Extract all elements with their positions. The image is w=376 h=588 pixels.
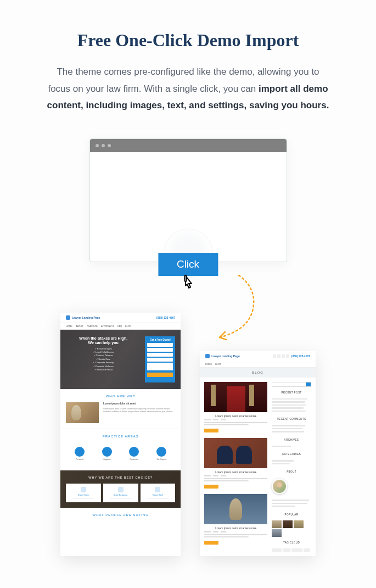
phone-number: (888) 123-4567 (156, 316, 175, 319)
nav-item: ABOUT (76, 325, 83, 328)
sidebar-heading: POPULAR (272, 513, 311, 516)
form-title: Get a Free Quote! (147, 339, 173, 341)
post-title: Lorem ipsum dolor sit amet conse (204, 470, 267, 474)
search-box (272, 382, 311, 387)
hero-section: When the Stakes are High,We can help you… (60, 330, 181, 389)
blog-post: Lorem ipsum dolor sit amet conse (204, 382, 267, 432)
popular-thumbs (272, 520, 311, 537)
logo-text: Lawyer Landing Page (72, 316, 100, 319)
feature-card: Expert StaffLorem ipsum dolor amet sed d… (141, 484, 176, 503)
nav-item: ATTORNEYS (101, 325, 114, 328)
practice-section: PRACTICE AREAS Personal Litigation Corpo… (60, 429, 181, 470)
sidebar-heading: ARCHIVES (272, 439, 311, 441)
form-input (147, 348, 173, 352)
feature-card: Expert TeamLorem ipsum dolor amet sed di… (66, 484, 101, 503)
section-title: WHO ARE WE? (66, 395, 175, 398)
logo-text: Lawyer Landing Page (211, 354, 239, 358)
practice-area: Personal (75, 447, 85, 461)
curved-arrow-icon (214, 273, 269, 344)
page-subtitle: The theme comes pre-configured like the … (46, 64, 331, 114)
post-meta (204, 475, 267, 476)
pointer-cursor-icon (181, 275, 196, 292)
section-title: PRACTICE AREAS (66, 435, 175, 438)
sidebar-text (272, 500, 311, 509)
click-button[interactable]: Click (158, 253, 218, 276)
card-icon (155, 487, 160, 492)
read-more-btn (204, 429, 218, 432)
nav-item: PRACTICE (87, 325, 98, 328)
card-title: Expert Staff (142, 494, 174, 496)
nav-item: HOME (205, 363, 212, 365)
read-more-btn (204, 485, 218, 489)
form-textarea (147, 363, 173, 370)
sidebar-heading: RECENT COMMENTS (272, 418, 311, 420)
card-text: Lorem ipsum dolor amet sed diam (68, 497, 99, 500)
svg-rect-0 (184, 275, 186, 281)
sidebar-heading: CATEGORIES (272, 453, 311, 456)
practice-area: Corporate (129, 447, 139, 461)
sidebar-list (272, 446, 311, 449)
preview-nav: HOME ABOUT PRACTICE ATTORNEYS FAQ BLOG (60, 323, 181, 330)
nav-item: BLOG (125, 325, 131, 328)
post-image (204, 438, 267, 468)
card-icon (118, 487, 124, 492)
post-title: Lorem ipsum dolor sit amet conse (204, 526, 267, 530)
section-title: WHAT PEOPLE ARE SAYING (66, 513, 175, 517)
post-meta (204, 531, 267, 532)
who-text: Lorem ipsum dolor sit amet Lorem ipsum d… (103, 402, 175, 413)
page-heading: Free One-Click Demo Import (33, 30, 343, 51)
area-icon (102, 447, 112, 457)
area-icon (156, 447, 166, 457)
post-excerpt (204, 534, 267, 539)
bullet: Insurance Fraud (66, 368, 141, 371)
blog-post: Lorem ipsum dolor sit amet conse (204, 494, 267, 545)
form-submit (147, 373, 173, 377)
sidebar-list (272, 398, 311, 414)
card-icon (81, 487, 86, 492)
nav-item: HOME (66, 325, 72, 328)
preview-logo: Lawyer Landing Page (205, 354, 239, 358)
sidebar-heading: RECENT POST (272, 391, 311, 394)
feature-card: Quick ResponseLorem ipsum dolor amet sed… (103, 484, 138, 503)
post-title: Lorem ipsum dolor sit amet conse (204, 414, 267, 418)
testimonials-section: WHAT PEOPLE ARE SAYING (60, 508, 181, 526)
who-image (66, 402, 99, 423)
section-title: WHY WE ARE THE BEST CHOICE? (66, 476, 175, 479)
logo-icon (205, 354, 210, 358)
nav-item: FAQ (117, 325, 122, 328)
card-title: Quick Response (105, 494, 137, 496)
practice-area: Tax Dispute (156, 447, 166, 461)
read-more-btn (204, 541, 218, 545)
window-dot (96, 144, 99, 147)
area-label: Litigation (103, 458, 111, 461)
sidebar-list (272, 425, 311, 434)
who-section: WHO ARE WE? Lorem ipsum dolor sit amet L… (60, 389, 181, 429)
demo-preview-blog: Lawyer Landing Page (888) 123-4567 HOME … (200, 351, 316, 556)
preview-logo: Lawyer Landing Page (66, 315, 100, 320)
post-excerpt (204, 478, 267, 482)
area-icon (129, 447, 139, 457)
sidebar-list (272, 460, 311, 466)
form-input (147, 343, 173, 347)
phone-number: (888) 123-4567 (291, 354, 310, 358)
author-avatar (272, 479, 287, 494)
quote-form: Get a Free Quote! (145, 336, 175, 382)
post-meta (204, 419, 267, 420)
browser-titlebar (90, 139, 287, 152)
hero-title: When the Stakes are High,We can help you (66, 336, 141, 346)
sidebar-heading: ABOUT (272, 470, 311, 473)
blog-titlebar: BLOG (200, 368, 316, 378)
blog-sidebar: RECENT POST RECENT COMMENTS ARCHIVES CAT… (272, 382, 311, 552)
card-text: Lorem ipsum dolor amet sed diam (142, 497, 174, 500)
hero-bullets: Personal Injury Legal Help Access Crimin… (66, 347, 141, 372)
practice-area: Litigation (102, 447, 112, 461)
area-label: Tax Dispute (156, 458, 166, 461)
social-icons (273, 354, 289, 358)
sidebar-heading: TAG CLOUD (272, 541, 311, 544)
best-choice-section: WHY WE ARE THE BEST CHOICE? Expert TeamL… (60, 470, 181, 508)
window-dot (102, 144, 105, 147)
preview-nav: HOME BLOG (200, 361, 316, 368)
tag-cloud (272, 548, 311, 552)
nav-item: BLOG (215, 363, 221, 365)
area-icon (75, 447, 85, 457)
